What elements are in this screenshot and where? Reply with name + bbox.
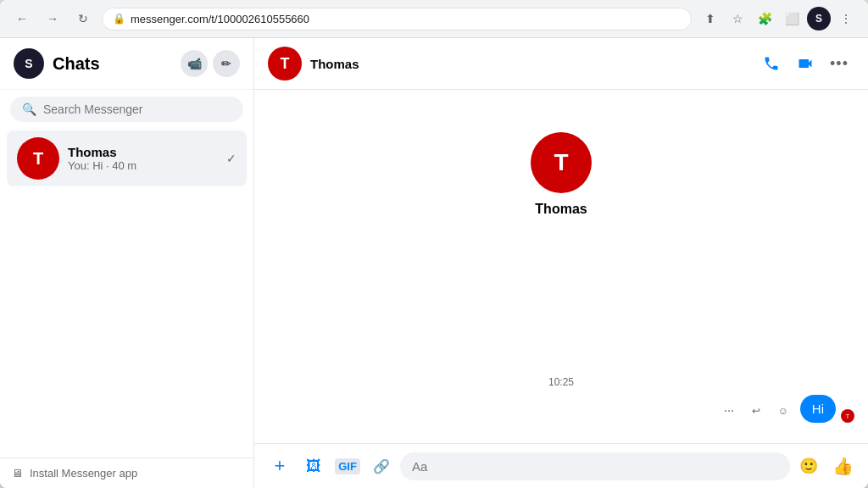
compose-icon: ✏	[221, 57, 231, 70]
chrome-profile-avatar[interactable]: S	[807, 7, 831, 30]
phone-icon	[763, 55, 780, 72]
contact-info-center: T Thomas	[268, 107, 854, 234]
message-seen-avatar: T	[841, 409, 854, 423]
chat-header-avatar[interactable]: T	[268, 47, 302, 80]
compose-button[interactable]: ✏	[213, 50, 240, 77]
message-row: ⋯ ↩ ☺ Hi T	[268, 395, 854, 423]
lock-icon: 🔒	[113, 13, 125, 25]
input-area: + 🖼 GIF 🔗 🙂 👍	[254, 443, 868, 488]
message-spacer	[268, 234, 854, 369]
message-input[interactable]	[400, 452, 790, 480]
add-button[interactable]: +	[264, 451, 295, 481]
message-bubble: Hi	[800, 395, 836, 423]
back-button[interactable]: ←	[10, 7, 34, 30]
chat-avatar: T	[17, 137, 59, 180]
user-avatar[interactable]: S	[14, 48, 44, 79]
url-text: messenger.com/t/100002610555660	[131, 13, 309, 25]
thumbs-up-icon: 👍	[832, 456, 854, 476]
photo-button[interactable]: 🖼	[298, 451, 329, 481]
install-footer[interactable]: 🖥 Install Messenger app	[0, 458, 253, 488]
video-call-icon	[797, 55, 814, 72]
emoji-button[interactable]: 🙂	[793, 451, 824, 481]
monitor-icon: 🖥	[12, 467, 23, 480]
message-reply-button[interactable]: ↩	[744, 399, 768, 423]
video-icon: 📹	[187, 57, 202, 70]
phone-button[interactable]	[756, 48, 787, 79]
message-dots-button[interactable]: ⋯	[717, 399, 741, 423]
app-container: S Chats 📹 ✏ 🔍 T	[0, 38, 868, 488]
refresh-button[interactable]: ↻	[71, 7, 95, 30]
chat-header: T Thomas •••	[254, 38, 868, 90]
chat-name: Thomas	[68, 145, 218, 159]
video-button[interactable]	[790, 48, 821, 79]
message-actions: ⋯ ↩ ☺	[717, 399, 795, 423]
add-icon: +	[275, 455, 286, 477]
chat-info: Thomas You: Hi · 40 m	[68, 145, 218, 172]
dots-icon: •••	[830, 55, 849, 73]
emoji-icon: 🙂	[799, 457, 818, 475]
forward-button[interactable]: →	[41, 7, 64, 30]
chat-list: T Thomas You: Hi · 40 m ✓	[0, 129, 253, 458]
address-bar[interactable]: 🔒 messenger.com/t/100002610555660	[102, 8, 692, 30]
browser-actions: ⬆ ☆ 🧩 ⬜ S ⋮	[698, 7, 858, 30]
sidebar: S Chats 📹 ✏ 🔍 T	[0, 38, 254, 488]
browser-window: ← → ↻ 🔒 messenger.com/t/100002610555660 …	[0, 0, 868, 488]
chat-panel: T Thomas ••• T Thom	[254, 38, 868, 488]
chat-header-name: Thomas	[310, 57, 756, 71]
sidebar-header: S Chats 📹 ✏	[0, 38, 253, 90]
bookmark-button[interactable]: ☆	[726, 7, 749, 30]
search-bar[interactable]: 🔍	[10, 97, 243, 122]
search-icon: 🔍	[22, 103, 36, 116]
message-area: T Thomas 10:25 ⋯ ↩ ☺ Hi T	[254, 90, 868, 443]
chrome-more-button[interactable]: ⋮	[834, 7, 858, 30]
chat-item[interactable]: T Thomas You: Hi · 40 m ✓	[7, 130, 247, 186]
tab-button[interactable]: ⬜	[780, 7, 804, 30]
more-options-button[interactable]: •••	[824, 48, 854, 79]
sticker-button[interactable]: 🔗	[366, 451, 397, 481]
extensions-button[interactable]: 🧩	[753, 7, 776, 30]
share-button[interactable]: ⬆	[698, 7, 722, 30]
sidebar-title: Chats	[53, 54, 172, 74]
sidebar-header-actions: 📹 ✏	[181, 50, 240, 77]
sticker-icon: 🔗	[373, 458, 390, 474]
chat-header-actions: •••	[756, 48, 854, 79]
search-input[interactable]	[43, 103, 231, 116]
photo-icon: 🖼	[306, 458, 321, 475]
time-separator: 10:25	[268, 376, 854, 388]
browser-chrome: ← → ↻ 🔒 messenger.com/t/100002610555660 …	[0, 0, 868, 38]
video-call-button[interactable]: 📹	[181, 50, 208, 77]
contact-avatar-large[interactable]: T	[531, 132, 592, 193]
gif-icon: GIF	[335, 458, 360, 474]
contact-name-large: Thomas	[535, 202, 587, 217]
install-label: Install Messenger app	[30, 467, 137, 480]
like-button[interactable]: 👍	[827, 451, 858, 481]
message-react-button[interactable]: ☺	[771, 399, 795, 423]
chat-preview: You: Hi · 40 m	[68, 159, 218, 172]
gif-button[interactable]: GIF	[332, 451, 363, 481]
chat-check-icon: ✓	[226, 152, 236, 165]
